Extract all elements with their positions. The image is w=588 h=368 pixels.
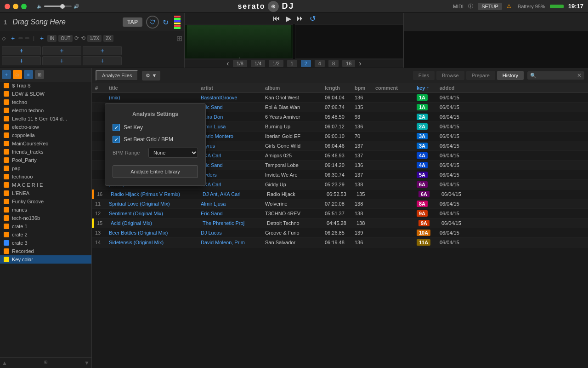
clear-search-icon[interactable]: ✕	[577, 72, 582, 79]
cue-4[interactable]: +	[2, 56, 41, 65]
grid-view-icon[interactable]: ⊞	[35, 70, 44, 79]
table-row[interactable]: (mix) BasstardGroove Kan Oriol West 06:0…	[92, 93, 588, 103]
col-bpm[interactable]: bpm	[353, 83, 374, 92]
sidebar-item-lowslow[interactable]: LOW & SLOW	[0, 90, 91, 98]
minimize-button[interactable]	[13, 4, 18, 9]
cell-album: Temporal Lobe	[264, 161, 323, 169]
set-beatgrid-checkbox[interactable]: ✓	[113, 136, 120, 143]
sidebar-item-crate3[interactable]: crate 3	[0, 239, 91, 247]
sidebar-item-livello[interactable]: Livello 11 8 Gen 014 d…	[0, 115, 91, 123]
sidebar-item-keycolor[interactable]: Key color	[0, 255, 91, 264]
sidebar-item-techno[interactable]: techno	[0, 98, 91, 106]
bpm-range-select[interactable]: None58-11568-13578-15588-175	[148, 148, 198, 158]
scroll-down-icon[interactable]: ▼	[84, 360, 90, 366]
setup-button[interactable]: SETUP	[478, 3, 502, 10]
sidebar-item-recorded[interactable]: Recorded	[0, 247, 91, 255]
song-drop-left[interactable]: Drag Song Here	[12, 18, 119, 26]
cue-6[interactable]: +	[83, 56, 122, 65]
beat-next[interactable]: ›	[359, 59, 361, 68]
table-row[interactable]: 12 Sentiment (Original Mix) Eric Sand T3…	[92, 209, 588, 218]
table-row[interactable]: 11 Spritual Love (Original Mix) Almir Lj…	[92, 199, 588, 209]
beat-1-2[interactable]: 1/2	[269, 60, 283, 67]
analyze-settings-button[interactable]: ⚙ ▼	[142, 71, 160, 80]
cue-point-2[interactable]	[25, 37, 29, 39]
sidebar-item-friends[interactable]: friends_tracks	[0, 148, 91, 156]
prev-track-button[interactable]: ⏮	[273, 14, 280, 23]
half-speed[interactable]: 1/2X	[87, 35, 102, 42]
sidebar-item-coppolella[interactable]: coppolella	[0, 131, 91, 139]
info-icon[interactable]: ⓘ	[468, 3, 473, 10]
tap-button[interactable]: TAP	[123, 17, 142, 27]
sidebar-item-electroslow[interactable]: electro-slow	[0, 123, 91, 131]
analyze-files-button[interactable]: Analyze Files	[96, 70, 138, 81]
cue-icon[interactable]: 🛡	[146, 16, 159, 29]
sync-icon[interactable]: ↻	[163, 18, 169, 27]
beat-1[interactable]: 1	[287, 60, 297, 67]
col-title[interactable]: title	[107, 83, 199, 92]
volume-control[interactable]: 🔈 🔊	[37, 4, 79, 9]
maximize-button[interactable]	[21, 4, 27, 9]
tab-history[interactable]: History	[497, 71, 524, 80]
sidebar-item-manes[interactable]: manes	[0, 206, 91, 214]
resize-handle[interactable]: ⊞	[44, 360, 48, 366]
add-cue-button-2[interactable]: +	[38, 34, 45, 42]
col-num[interactable]: #	[94, 83, 107, 92]
list-view-icon[interactable]: ≡	[24, 70, 33, 79]
sidebar-item-macerie[interactable]: M A C E R I E	[0, 181, 91, 189]
loop-in[interactable]: IN	[47, 35, 57, 42]
add-cue-button[interactable]: +	[9, 34, 17, 42]
cue-3[interactable]: +	[83, 46, 122, 55]
analyze-library-button[interactable]: Analyze Entire Library	[113, 165, 198, 178]
sidebar-item-technooo[interactable]: technooo	[0, 172, 91, 181]
col-key[interactable]: key ↑	[415, 83, 438, 92]
next-track-button[interactable]: ⏭	[297, 14, 304, 23]
sidebar-item-trap[interactable]: $ Trap $	[0, 81, 91, 90]
cue-5[interactable]: +	[42, 56, 81, 65]
beat-1-4[interactable]: 1/4	[251, 60, 265, 67]
sidebar-item-pap[interactable]: pap	[0, 164, 91, 172]
loop-out[interactable]: OUT	[58, 35, 73, 42]
tab-browse[interactable]: Browse	[436, 71, 464, 80]
sidebar-item-lenea[interactable]: L'ENEA	[0, 189, 91, 197]
col-length[interactable]: length	[323, 83, 353, 92]
crate-icon[interactable]: 🗂	[13, 70, 22, 79]
scroll-up-icon[interactable]: ▲	[2, 360, 7, 366]
table-row[interactable]: 13 Beer Bottles (Original Mix) DJ Lucas …	[92, 228, 588, 238]
midi-label[interactable]: MIDI	[453, 4, 464, 9]
tab-prepare[interactable]: Prepare	[466, 71, 495, 80]
col-added[interactable]: added	[438, 83, 470, 92]
tab-files[interactable]: Files	[413, 71, 435, 80]
sidebar-item-maincourse[interactable]: MainCourseRec	[0, 139, 91, 148]
sidebar-item-pool[interactable]: Pool_Party	[0, 156, 91, 164]
col-album[interactable]: album	[264, 83, 323, 92]
sidebar-item-icon	[4, 108, 9, 113]
volume-slider[interactable]	[44, 6, 72, 7]
sidebar-item-crate2[interactable]: crate 2	[0, 230, 91, 239]
beat-16[interactable]: 16	[342, 60, 355, 67]
cell-added: 06/04/15	[438, 161, 470, 169]
set-key-checkbox[interactable]: ✓	[113, 124, 120, 131]
beat-prev[interactable]: ‹	[226, 59, 229, 68]
double-speed[interactable]: 2X	[103, 35, 113, 42]
cue-1[interactable]: +	[2, 46, 41, 55]
cue-point-1[interactable]	[18, 37, 23, 39]
table-row[interactable]: 14 Sidetensis (Original Mix) David Moleo…	[92, 238, 588, 247]
beat-4[interactable]: 4	[315, 60, 325, 67]
cue-2[interactable]: +	[42, 46, 81, 55]
search-input[interactable]	[538, 73, 575, 78]
loop-button[interactable]: ↺	[310, 14, 316, 23]
beat-1-8[interactable]: 1/8	[233, 60, 247, 67]
col-artist[interactable]: artist	[199, 83, 264, 92]
close-button[interactable]	[5, 4, 10, 9]
table-row[interactable]: 15 Acid (Original Mix) The Phrenetic Pro…	[92, 218, 588, 228]
play-button[interactable]: ▶	[286, 14, 291, 23]
table-row[interactable]: 16 Radio Hijack (Primus V Remix) DJ Ant,…	[92, 190, 588, 199]
sidebar-item-electrotechno[interactable]: electro techno	[0, 106, 91, 115]
beat-8[interactable]: 8	[328, 60, 339, 67]
beat-2[interactable]: 2	[301, 60, 311, 67]
sidebar-item-techno136b[interactable]: tech-no136b	[0, 214, 91, 222]
sidebar-item-crate1[interactable]: crate 1	[0, 222, 91, 230]
sidebar-item-funky[interactable]: Funky Groove	[0, 197, 91, 206]
col-comment[interactable]: comment	[374, 83, 415, 92]
add-crate-icon[interactable]: +	[2, 70, 11, 79]
